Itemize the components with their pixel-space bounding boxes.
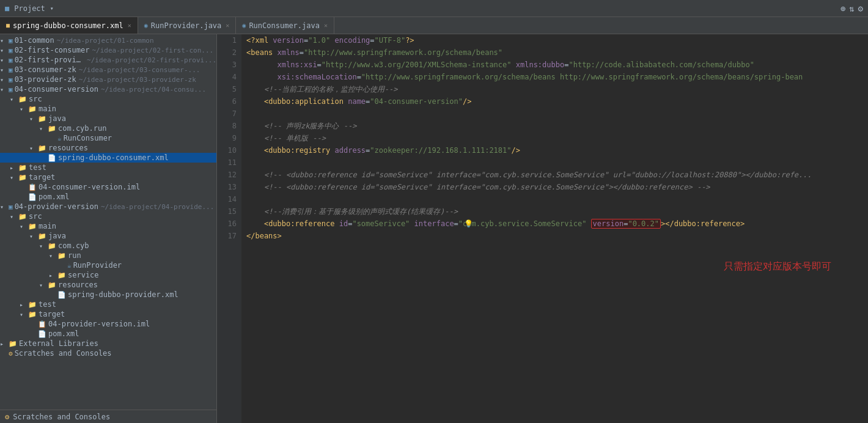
tree-item-label: main	[39, 222, 56, 230]
gear-icon[interactable]: ⚙	[858, 4, 863, 13]
tree-item-java[interactable]: ▾📁java	[0, 231, 216, 241]
tree-item-test[interactable]: ▸📁test	[0, 163, 216, 172]
tree-item-src[interactable]: ▾📁src	[0, 94, 216, 104]
tree-item-target[interactable]: ▾📁target	[0, 309, 216, 319]
tree-item-icon: 📁	[48, 242, 56, 250]
tree-item-java[interactable]: ▾📁java	[0, 114, 216, 123]
code-content[interactable]: <?xml version="1.0" encoding="UTF-8"?><b…	[241, 34, 868, 423]
tree-item-main[interactable]: ▾📁main	[0, 221, 216, 231]
tab-xml-label: spring-dubbo-consumer.xml	[13, 21, 123, 30]
tree-arrow-icon: ▾	[29, 233, 38, 240]
tree-item-path: ~/idea-project/02-first-con...	[92, 46, 213, 54]
tree-item-icon: 📁	[28, 105, 37, 113]
layout-icon[interactable]: ⇅	[849, 4, 854, 13]
tree-item-target[interactable]: ▾📁target	[0, 172, 216, 182]
tree-item-label: 03-provider-zk	[15, 75, 76, 84]
tree-item-01-common[interactable]: ▾▣01-common~/idea-project/01-common	[0, 35, 216, 45]
tree-item-external-libraries[interactable]: ▸📁External Libraries	[0, 339, 216, 348]
code-line: <!-- <dubbo:reference id="someSerivce" i…	[246, 181, 863, 193]
tree-item-spring-dubbo-provider.xml[interactable]: 📄spring-dubbo-provider.xml	[0, 290, 216, 300]
tree-item-04-provider-version.iml[interactable]: 📋04-provider-version.iml	[0, 319, 216, 329]
top-bar-actions: ⊕ ⇅ ⚙	[840, 4, 863, 13]
tree-item-run[interactable]: ▾📁run	[0, 251, 216, 260]
tree-item-label: pom.xml	[48, 329, 79, 338]
tab-consumer-icon: ◉	[242, 22, 246, 29]
code-line: <dubbo:application name="04-consumer-ver…	[246, 95, 863, 108]
tree-item-label: 02-first-provider	[15, 56, 84, 64]
editor-area[interactable]: 1234567891011121314151617 <?xml version=…	[217, 34, 868, 423]
tree-item-04-consumer-version[interactable]: ▾▣04-consumer-version~/idea-project/04-c…	[0, 84, 216, 94]
dropdown-arrow-icon[interactable]: ▾	[50, 5, 54, 12]
tree-item-scratches-and-consoles[interactable]: ⚙Scratches and Consoles	[0, 348, 216, 358]
tree-arrow-icon: ▾	[39, 243, 48, 249]
tree-item-resources[interactable]: ▾📁resources	[0, 143, 216, 153]
tree-item-path: ~/idea-project/03-consumer-...	[79, 66, 200, 74]
tree-item-label: java	[48, 114, 66, 123]
scratches-icon: ⚙	[5, 413, 9, 421]
tab-xml-close[interactable]: ✕	[128, 22, 131, 29]
tree-item-label: spring-dubbo-consumer.xml	[58, 153, 169, 162]
line-number: 14	[222, 193, 237, 205]
tree-arrow-icon: ▾	[39, 125, 48, 132]
tree-item-resources[interactable]: ▾📁resources	[0, 280, 216, 290]
tree-item-label: External Libraries	[19, 339, 98, 348]
tree-item-04-provider-version[interactable]: ▾▣04-provider-version~/idea-project/04-p…	[0, 202, 216, 211]
tree-item-pom.xml[interactable]: 📄pom.xml	[0, 329, 216, 339]
tree-item-runprovider[interactable]: ☕RunProvider	[0, 260, 216, 270]
tree-item-icon: 📁	[18, 164, 27, 172]
line-number: 3	[222, 59, 237, 71]
tree-arrow-icon: ▸	[0, 340, 9, 347]
tree-item-icon: 📄	[28, 193, 37, 201]
tab-provider-label: RunProvider.java	[151, 21, 222, 30]
tab-consumer-label: RunConsumer.java	[249, 21, 320, 30]
tab-provider-close[interactable]: ✕	[226, 22, 229, 29]
tree-item-pom.xml[interactable]: 📄pom.xml	[0, 192, 216, 202]
tree-item-label: 04-provider-version	[15, 202, 98, 211]
tree-item-com.cyb[interactable]: ▾📁com.cyb	[0, 241, 216, 251]
tree-item-03-provider-zk[interactable]: ▾▣03-provider-zk~/idea-project/03-provid…	[0, 75, 216, 84]
tree-arrow-icon: ▾	[10, 174, 18, 181]
tree-arrow-icon: ▾	[0, 37, 9, 44]
tree-item-03-consumer-zk[interactable]: ▾▣03-consumer-zk~/idea-project/03-consum…	[0, 65, 216, 75]
tab-xml[interactable]: ■ spring-dubbo-consumer.xml ✕	[0, 17, 138, 34]
tree-item-runconsumer[interactable]: ☕RunConsumer	[0, 133, 216, 143]
tree-item-label: spring-dubbo-provider.xml	[68, 290, 178, 299]
tree-item-src[interactable]: ▾📁src	[0, 211, 216, 221]
tree-item-04-consumer-version.iml[interactable]: 📋04-consumer-version.iml	[0, 182, 216, 192]
tree-item-main[interactable]: ▾📁main	[0, 104, 216, 114]
tree-item-icon: ▣	[9, 56, 13, 64]
tab-run-provider[interactable]: ◉ RunProvider.java ✕	[138, 17, 237, 34]
tree-item-icon: 📁	[48, 125, 56, 133]
tree-item-label: test	[39, 300, 56, 309]
tree-item-label: service	[68, 271, 99, 279]
line-number: 12	[222, 169, 237, 181]
tree-item-label: src	[29, 212, 42, 221]
tab-run-consumer[interactable]: ◉ RunConsumer.java ✕	[236, 17, 334, 34]
tree-item-icon: 📁	[38, 115, 46, 123]
line-number: 5	[222, 83, 237, 95]
tree-item-label: 01-common	[15, 36, 54, 45]
code-line: <!--当前工程的名称，监控中心使用-->	[246, 83, 863, 95]
tree-item-icon: ▣	[9, 76, 13, 84]
tree-item-com.cyb.run[interactable]: ▾📁com.cyb.run	[0, 123, 216, 133]
tree-item-label: Scratches and Consoles	[15, 349, 112, 358]
code-line: <dubbo:registry address="zookeeper://192…	[246, 144, 863, 156]
code-line: <?xml version="1.0" encoding="UTF-8"?>	[246, 34, 863, 46]
tree-item-02-first-consumer[interactable]: ▾▣02-first-consumer~/idea-project/02-fir…	[0, 45, 216, 55]
tree-item-service[interactable]: ▸📁service	[0, 270, 216, 280]
line-number: 2	[222, 46, 237, 59]
settings-icon[interactable]: ⊕	[840, 4, 845, 13]
tree-item-path: ~/idea-project/04-provide...	[101, 203, 214, 211]
bulb-icon[interactable]: 💡	[464, 218, 473, 230]
sidebar: ▾▣01-common~/idea-project/01-common▾▣02-…	[0, 34, 217, 423]
tree-item-02-first-provider[interactable]: ▾▣02-first-provider~/idea-project/02-fir…	[0, 55, 216, 65]
tree-item-label: target	[39, 310, 65, 318]
tab-consumer-close[interactable]: ✕	[324, 22, 328, 29]
tree-arrow-icon: ▾	[0, 47, 9, 54]
project-tree[interactable]: ▾▣01-common~/idea-project/01-common▾▣02-…	[0, 34, 216, 410]
tree-arrow-icon: ▸	[10, 164, 18, 171]
tree-item-icon: 📁	[28, 223, 37, 230]
code-line	[246, 193, 863, 205]
tree-item-spring-dubbo-consumer.xml[interactable]: 📄spring-dubbo-consumer.xml	[0, 153, 216, 163]
tree-item-test[interactable]: ▸📁test	[0, 300, 216, 309]
